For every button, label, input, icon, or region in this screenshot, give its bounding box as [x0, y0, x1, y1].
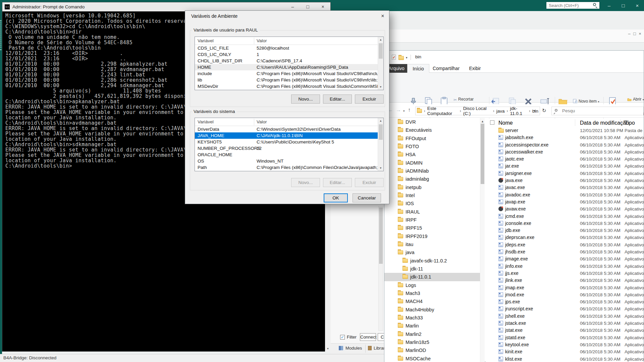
panel-close-icon[interactable]: × — [637, 31, 643, 37]
file-row[interactable]: jinfo.exe06/10/2018 5:30 AMAplicativo — [486, 263, 644, 270]
tree-item-HSA[interactable]: HSA — [384, 150, 480, 159]
ide-maximize-button[interactable]: □ — [616, 0, 630, 11]
scroll-up-icon[interactable]: ▲ — [481, 120, 484, 123]
cancel-button[interactable]: Cancelar — [353, 193, 381, 202]
file-row[interactable]: javap.exe06/10/2018 5:30 AMAplicativo — [486, 198, 644, 205]
tab-inicio[interactable]: Início — [407, 64, 429, 73]
tree-item-Mach33[interactable]: Mach33 — [384, 314, 480, 322]
tree-item-itau[interactable]: itau — [384, 240, 480, 248]
scroll-up-icon[interactable]: ▲ — [378, 38, 383, 41]
variable-row[interactable]: DriverDataC:\Windows\System32\Drivers\Dr… — [195, 126, 383, 132]
terminal-minimize-button[interactable]: – — [285, 2, 300, 11]
column-header-name[interactable]: Nome — [498, 120, 513, 126]
scroll-down-icon[interactable]: ▼ — [325, 346, 331, 352]
tree-item-Logs[interactable]: Logs — [384, 281, 480, 289]
file-row[interactable]: jstack.exe06/10/2018 5:30 AMAplicativo — [486, 320, 644, 327]
select-all-checkbox[interactable] — [490, 120, 494, 125]
tree-item-IRPF[interactable]: IRPF — [384, 216, 480, 224]
column-header-type[interactable]: Tipo — [625, 120, 635, 126]
tree-item-Mach3[interactable]: Mach3 — [384, 289, 480, 297]
user-new-button[interactable]: Novo... — [291, 95, 320, 104]
user-edit-button[interactable]: Editar... — [323, 95, 352, 104]
recent-locations-icon[interactable]: ▾ — [403, 109, 405, 113]
tree-item-FFOutput[interactable]: FFOutput — [384, 134, 480, 142]
refresh-icon[interactable]: ↻ — [542, 108, 546, 114]
variable-row[interactable]: CHDL_LIB_INST_DIRC:\Cadence\SPB_17.4 — [195, 58, 383, 64]
variable-row[interactable]: NUMBER_OF_PROCESSORS12 — [195, 145, 383, 152]
variable-row[interactable]: OSWindows_NT — [195, 158, 383, 164]
tree-item-IRAUL[interactable]: IRAUL — [384, 208, 480, 216]
scrollbar-thumb[interactable] — [379, 124, 383, 140]
tree-item-Intel[interactable]: Intel — [384, 191, 480, 199]
scroll-up-icon[interactable]: ▲ — [378, 119, 383, 122]
open-button[interactable]: Abrir ▾ — [627, 97, 644, 102]
file-row[interactable]: jdeprscan.exe06/10/2018 5:30 AMAplicativ… — [486, 234, 644, 241]
file-row[interactable]: jaccesswalker.exe06/10/2018 5:30 AMAplic… — [486, 148, 644, 156]
file-row[interactable]: javaw.exe06/10/2018 5:30 AMAplicativo — [486, 205, 644, 213]
tab-compartilhar[interactable]: Compartilhar — [429, 64, 463, 73]
tree-item-Marlin2[interactable]: Marlin2 — [384, 330, 480, 338]
variable-row[interactable]: CDS_LIC_FILE5280@localhost — [195, 45, 383, 51]
tree-item-MSOCache[interactable]: MSOCache — [384, 355, 480, 362]
file-row[interactable]: server12/01/2021 10:58 PMPasta de arquiv… — [486, 127, 644, 134]
user-variables-table[interactable]: VariávelValor CDS_LIC_FILE5280@localhost… — [195, 37, 384, 90]
table-scrollbar[interactable]: ▲ ▼ — [378, 37, 383, 90]
ide-scrollbar-thumb[interactable] — [379, 207, 383, 264]
breadcrumb-separator-icon[interactable]: › — [529, 109, 530, 113]
column-header-date[interactable]: Data de modificação — [580, 120, 629, 126]
file-row[interactable]: jar.exe06/10/2018 5:30 AMAplicativo — [486, 163, 644, 170]
table-scrollbar[interactable]: ▲ ▼ — [378, 118, 383, 171]
variable-row[interactable]: libC:\Program Files (x86)\Microsoft Visu… — [195, 77, 383, 83]
tab-exibir[interactable]: Exibir — [463, 64, 487, 73]
breadcrumb-separator-icon[interactable]: › — [493, 109, 494, 113]
breadcrumb-segment[interactable]: jdk-11.0.1 — [510, 106, 527, 116]
connect-button[interactable]: Connect — [360, 333, 376, 341]
tree-item-DVR[interactable]: DVR — [384, 118, 480, 126]
file-row[interactable]: jarsigner.exe06/10/2018 5:30 AMAplicativ… — [486, 170, 644, 177]
variable-row[interactable]: MSDevDirC:\Program Files (x86)\Microsoft… — [195, 83, 383, 89]
tree-item-iADMINlab[interactable]: iADMINlab — [384, 167, 480, 175]
table-header[interactable]: VariávelValor — [195, 118, 383, 126]
file-row[interactable]: jstatd.exe06/10/2018 5:30 AMAplicativo — [486, 334, 644, 341]
quick-access-dropdown-icon[interactable]: ▾ — [406, 56, 408, 59]
tree-item-IADMIN[interactable]: IADMIN — [384, 159, 480, 167]
file-row[interactable]: jaccessinspector.exe06/10/2018 5:30 AMAp… — [486, 141, 644, 148]
user-delete-button[interactable]: Excluir — [355, 95, 384, 104]
scroll-down-icon[interactable]: ▼ — [378, 167, 383, 170]
tree-item-Marlin[interactable]: Marlin — [384, 322, 480, 330]
file-row[interactable]: jcmd.exe06/10/2018 5:30 AMAplicativo — [486, 213, 644, 220]
explorer-titlebar[interactable]: ▾ bin — [384, 51, 644, 64]
ok-button[interactable]: OK — [324, 193, 348, 202]
file-row[interactable]: jstat.exe06/10/2018 5:30 AMAplicativo — [486, 327, 644, 334]
forward-icon[interactable]: → — [396, 107, 401, 113]
file-row[interactable]: jaotc.exe06/10/2018 5:30 AMAplicativo — [486, 156, 644, 163]
file-row[interactable]: jconsole.exe06/10/2018 5:30 AMAplicativo — [486, 220, 644, 227]
up-icon[interactable]: ↑ — [408, 107, 411, 113]
terminal-maximize-button[interactable]: □ — [300, 2, 315, 11]
tree-item-Executáveis[interactable]: Executáveis — [384, 126, 480, 134]
system-new-button[interactable]: Novo... — [291, 178, 320, 187]
tree-item-IRPF15[interactable]: IRPF15 — [384, 224, 480, 232]
terminal-titlebar[interactable]: C:\ Administrador: Prompt de Comando – □… — [2, 2, 330, 11]
ide-search-input[interactable] — [546, 2, 600, 9]
file-row[interactable]: keytool.exe06/10/2018 5:30 AMAplicativo — [486, 341, 644, 348]
file-row[interactable]: javac.exe06/10/2018 5:30 AMAplicativo — [486, 184, 644, 191]
file-row[interactable]: jps.exe06/10/2018 5:30 AMAplicativo — [486, 298, 644, 305]
breadcrumb-separator-icon[interactable]: › — [460, 109, 461, 113]
file-row[interactable]: jlink.exe06/10/2018 5:30 AMAplicativo — [486, 277, 644, 284]
file-row[interactable]: jimage.exe06/10/2018 5:30 AMAplicativo — [486, 255, 644, 262]
tree-item-MarlinOD[interactable]: MarlinOD — [384, 346, 480, 354]
file-row[interactable]: jdb.exe06/10/2018 5:30 AMAplicativo — [486, 227, 644, 234]
new-folder-quick-icon[interactable] — [398, 56, 404, 60]
breadcrumb-segment[interactable]: Este Computador — [427, 106, 458, 116]
file-row[interactable]: jabswitch.exe06/10/2018 5:30 AMAplicativ… — [486, 134, 644, 141]
breadcrumb[interactable]: ›Este Computador›Disco Local (C:)›java›j… — [415, 107, 540, 115]
panel-dock-icon[interactable]: □ — [632, 31, 637, 37]
ide-minimize-button[interactable]: – — [602, 0, 616, 11]
variable-row[interactable]: JAVA_HOMEC:\JAVA\jdk-11.0.1\BIN — [195, 132, 383, 139]
tree-item-inetpub[interactable]: inetpub — [384, 183, 480, 191]
file-row[interactable]: jhsdb.exe06/10/2018 5:30 AMAplicativo — [486, 248, 644, 255]
system-edit-button[interactable]: Editar... — [323, 178, 352, 187]
splitter-handle-icon[interactable] — [0, 20, 2, 50]
filter-checkbox[interactable]: ✓ — [340, 335, 345, 340]
